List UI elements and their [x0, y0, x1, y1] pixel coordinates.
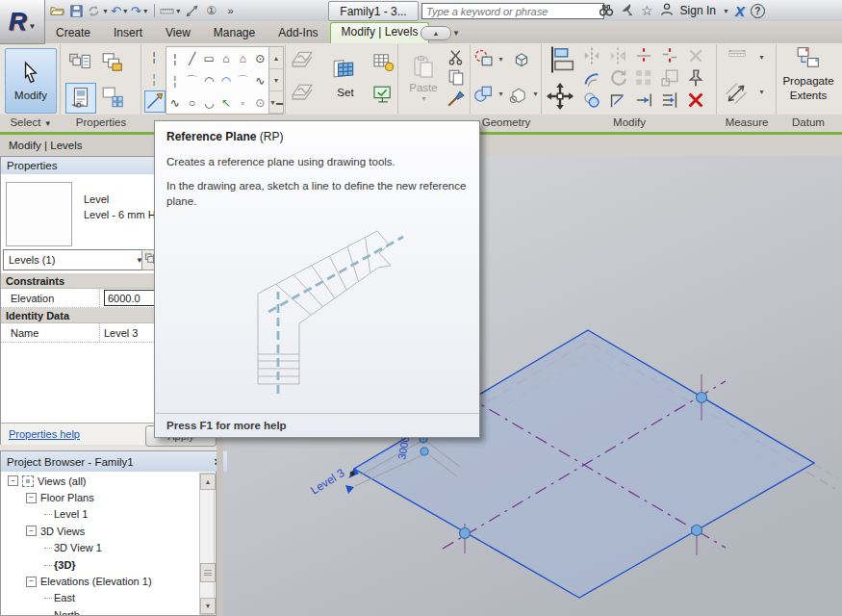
family-types-button[interactable] — [65, 48, 94, 77]
tag-icon[interactable]: ① — [203, 2, 220, 19]
mirror-pick-button[interactable] — [581, 46, 602, 65]
type-selector-dropdown[interactable]: Levels (1) ▼ — [3, 249, 147, 270]
chevron-down-icon[interactable]: ▼ — [758, 89, 765, 95]
person-icon[interactable] — [659, 2, 675, 19]
line-chain-button[interactable]: ¦ — [144, 46, 164, 66]
ribbon-toggle-caret-icon[interactable]: ▼ — [452, 29, 460, 38]
satellite-icon[interactable] — [620, 2, 635, 19]
draw-tool-line-icon[interactable]: ╱ — [184, 47, 201, 69]
ghost-copy-button[interactable] — [581, 90, 602, 110]
tab-create[interactable]: Create — [44, 23, 102, 43]
tree-scrollbar[interactable]: ▲ ▼ — [199, 473, 215, 615]
align-button[interactable] — [545, 44, 575, 75]
open-folder-icon[interactable] — [48, 2, 65, 19]
chevron-down-icon[interactable]: ▼ — [498, 90, 504, 97]
draw-tool-pick-line-icon[interactable]: ↖ — [217, 91, 235, 114]
offset-button[interactable] — [581, 68, 602, 88]
collapse-icon[interactable]: − — [26, 526, 37, 536]
demolish-cube-button[interactable] — [508, 85, 529, 106]
modify-panel-label[interactable]: Modify — [543, 116, 716, 128]
measure-panel-label[interactable]: Measure — [718, 116, 776, 128]
show-workplane-button[interactable] — [371, 50, 395, 73]
undo-icon[interactable]: ↶▼ — [111, 2, 129, 19]
tab-manage[interactable]: Manage — [202, 23, 267, 43]
draw-tool-pentagon-pick-icon[interactable]: ⌂ — [235, 47, 252, 69]
tab-add-ins[interactable]: Add-Ins — [267, 23, 329, 43]
draw-tool-arc-threepoint-icon[interactable]: ⌒ — [184, 69, 201, 91]
draw-tool-circle-radius-icon[interactable]: ⊙ — [251, 47, 268, 69]
draw-tool-arc-center-icon[interactable]: ◠ — [200, 69, 217, 91]
draw-tool-zigzag-spline-icon[interactable]: ∿ — [251, 69, 268, 91]
tree-item-3d-views[interactable]: − 3D Views — [2, 523, 197, 539]
properties-help-link[interactable]: Properties help — [9, 428, 80, 440]
tab-modify-levels[interactable]: Modify | Levels — [330, 22, 430, 43]
draw-tool-fillet-arc-icon[interactable]: ◠ — [217, 69, 235, 91]
help-icon[interactable]: ? — [751, 4, 765, 18]
scrollbar-thumb[interactable] — [200, 563, 216, 582]
star-icon[interactable]: ☆ — [641, 3, 653, 18]
split-element-button[interactable] — [633, 46, 654, 65]
geometry-panel-label[interactable]: Geometry — [472, 116, 541, 128]
draw-tool-partial-ellipse-icon[interactable]: ◡ — [200, 91, 217, 114]
move-button[interactable] — [545, 81, 575, 112]
tree-item-level-1[interactable]: Level 1 — [2, 506, 197, 523]
scroll-up-icon[interactable]: ▲ — [200, 474, 216, 490]
aligned-dimension-button[interactable] — [724, 81, 749, 106]
tab-view[interactable]: View — [154, 23, 202, 43]
binoculars-icon[interactable] — [599, 2, 614, 19]
trim-multi-button[interactable] — [659, 90, 680, 110]
gallery-scroll-up-icon[interactable]: ▲ — [269, 47, 283, 69]
gallery-expand-icon[interactable]: ▼▬ — [269, 91, 283, 114]
chevron-down-icon[interactable]: ▼ — [758, 54, 765, 61]
unjoin-gray-button[interactable] — [685, 46, 706, 65]
copy-button[interactable] — [447, 68, 466, 86]
ruler-icon[interactable]: ▼ — [160, 2, 182, 19]
tree-item-elevations-elevation-1[interactable]: − Elevations (Elevation 1) — [2, 573, 197, 589]
split-gap-button[interactable] — [659, 46, 680, 65]
trim-corner-button[interactable] — [607, 90, 628, 110]
draw-tool-node-line-icon[interactable]: ¦ — [166, 47, 184, 69]
save-icon[interactable] — [67, 2, 85, 19]
draw-tool-rectangle-icon[interactable]: ▭ — [200, 47, 217, 69]
properties-panel-label[interactable]: Properties — [62, 116, 140, 128]
set-workplane-button[interactable]: Set — [323, 46, 368, 110]
properties-palette-button[interactable] — [65, 83, 96, 114]
delete-button[interactable] — [685, 90, 706, 110]
propagate-extents-button[interactable]: Propagate Extents — [779, 45, 837, 113]
measure-arrow-icon[interactable] — [184, 2, 201, 19]
project-browser-header[interactable]: Project Browser - Family1 × — [1, 451, 227, 472]
family-category-button[interactable] — [98, 83, 127, 112]
draw-tool-spline-icon[interactable]: ∿ — [166, 91, 184, 114]
tree-item-views-all[interactable]: − Views (all) — [2, 473, 197, 489]
tree-item-east[interactable]: East — [2, 590, 197, 606]
chevron-down-icon[interactable]: ▼ — [532, 90, 539, 97]
line-nodes-button[interactable]: ¦ — [144, 68, 164, 89]
tree-item-floor-plans[interactable]: − Floor Plans — [2, 489, 197, 505]
draw-tool-point-icon[interactable]: ⊙ — [251, 91, 268, 114]
collapse-icon[interactable]: − — [8, 475, 18, 486]
collapse-icon[interactable]: − — [26, 577, 37, 587]
join-geometry-button[interactable] — [473, 83, 495, 104]
sync-icon[interactable]: ▼ — [87, 2, 109, 19]
measure-ruler-button[interactable] — [720, 48, 754, 67]
scissors-button[interactable] — [447, 48, 466, 65]
scroll-down-icon[interactable]: ▼ — [200, 598, 216, 614]
draw-tool-ellipse-icon[interactable]: ○ — [184, 91, 201, 114]
scale-button[interactable] — [659, 68, 680, 88]
chevron-down-icon[interactable]: ▼ — [498, 56, 504, 63]
overflow-icon[interactable]: » — [222, 2, 240, 19]
rotate-button[interactable] — [607, 68, 628, 88]
tree-item-3d-view-1[interactable]: 3D View 1 — [2, 540, 197, 556]
select-panel-label[interactable]: Select ▼ — [4, 116, 58, 128]
workplane-viewer-button[interactable] — [371, 83, 395, 106]
draw-tool-pentagon-icon[interactable]: ⌂ — [217, 47, 235, 69]
gallery-scrollbar[interactable]: ▲ ▼ ▼▬ — [268, 46, 284, 115]
cut-geometry-button[interactable] — [473, 48, 495, 69]
redo-icon[interactable]: ↷▼ — [131, 2, 149, 19]
modify-tool-button[interactable]: Modify — [5, 48, 57, 114]
tab-insert[interactable]: Insert — [102, 23, 154, 43]
paint-cube-button[interactable] — [512, 50, 531, 69]
ui-windows-button[interactable] — [98, 48, 127, 77]
draw-tool-node-arc-icon[interactable]: ¦ — [166, 69, 184, 91]
pin-button[interactable] — [685, 68, 706, 88]
